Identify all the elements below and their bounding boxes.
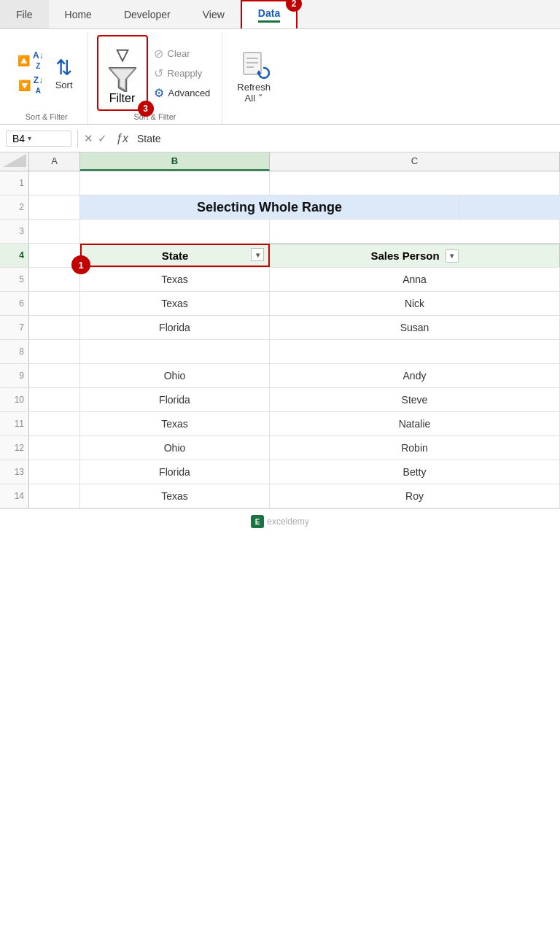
row-num-13: 13	[0, 460, 29, 484]
cell-a1[interactable]	[29, 171, 80, 195]
sort-group-items: 🔼 A↓Z 🔽 Z↓A ⇅ Sort	[15, 35, 79, 111]
sort-icon: ⇅	[55, 55, 72, 80]
cell-reference-value: B4	[12, 133, 25, 144]
clear-label: Clear	[168, 48, 190, 59]
sort-label: Sort	[55, 80, 73, 90]
state-dropdown-arrow[interactable]: ▾	[251, 248, 264, 261]
cell-c14[interactable]: Roy	[270, 484, 560, 508]
cell-a13[interactable]	[29, 460, 80, 484]
tab-home[interactable]: Home	[49, 0, 108, 28]
cell-a2[interactable]	[29, 195, 80, 219]
tab-view[interactable]: View	[187, 0, 241, 28]
spreadsheet: A B C 1 2 Selecting Whole Range 3 4 Stat…	[0, 152, 560, 508]
cell-b1[interactable]	[80, 171, 270, 195]
cell-c10[interactable]: Steve	[270, 388, 560, 411]
cell-b10[interactable]: Florida	[80, 388, 270, 411]
cell-reference-box[interactable]: B4 ▾	[6, 131, 71, 147]
cell-b13[interactable]: Florida	[80, 460, 270, 484]
corner-cell	[0, 152, 29, 171]
filter-side-buttons: ⊘ Clear ↺ Reapply ⚙ Advanced	[151, 45, 214, 101]
cell-c6[interactable]: Nick	[270, 292, 560, 315]
cell-b3[interactable]	[80, 220, 270, 243]
sort-az-za: 🔼 A↓Z 🔽 Z↓A	[15, 49, 47, 97]
cell-c1[interactable]	[270, 171, 560, 195]
sort-za-label: Z↓A	[34, 75, 43, 96]
filter-button[interactable]: ▿ Filter 3	[97, 35, 148, 111]
svg-marker-6	[257, 70, 261, 74]
cell-c2[interactable]	[459, 195, 560, 219]
sheet-row-4: 4 State ▾ 1 Sales Person ▾	[0, 244, 560, 268]
col-header-c: C	[270, 152, 560, 171]
cell-a9[interactable]	[29, 364, 80, 387]
cell-a7[interactable]	[29, 316, 80, 339]
reapply-label: Reapply	[168, 68, 203, 79]
row-num-5: 5	[0, 268, 29, 291]
cell-b7[interactable]: Florida	[80, 316, 270, 339]
filter-icon: ▿	[116, 41, 129, 67]
sheet-row-3: 3	[0, 220, 560, 244]
refresh-label: Refresh All ˅	[237, 82, 271, 104]
cell-b12[interactable]: Ohio	[80, 436, 270, 460]
cell-a6[interactable]	[29, 292, 80, 315]
formula-value: State	[137, 133, 161, 144]
cell-a8[interactable]	[29, 340, 80, 363]
cell-a10[interactable]	[29, 388, 80, 411]
cell-b11[interactable]: Texas	[80, 412, 270, 435]
advanced-button[interactable]: ⚙ Advanced	[151, 85, 214, 101]
cell-a3[interactable]	[29, 220, 80, 243]
sort-button[interactable]: ⇅ Sort	[50, 53, 79, 93]
cell-a14[interactable]	[29, 484, 80, 508]
cell-b9[interactable]: Ohio	[80, 364, 270, 387]
cell-b8[interactable]	[80, 340, 270, 363]
formula-confirm-icon[interactable]: ✓	[98, 132, 107, 145]
row-num-11: 11	[0, 412, 29, 435]
cell-a11[interactable]	[29, 412, 80, 435]
cell-c7[interactable]: Susan	[270, 316, 560, 339]
sheet-row-10: 10 Florida Steve	[0, 388, 560, 412]
cell-a12[interactable]	[29, 436, 80, 460]
tab-file[interactable]: File	[0, 0, 49, 28]
cell-c5[interactable]: Anna	[270, 268, 560, 291]
cell-a5[interactable]	[29, 268, 80, 291]
refresh-icon-wrap	[242, 51, 265, 77]
cell-c12[interactable]: Robin	[270, 436, 560, 460]
cell-c11[interactable]: Natalie	[270, 412, 560, 435]
salesperson-dropdown-arrow[interactable]: ▾	[446, 249, 459, 263]
cell-c8[interactable]	[270, 340, 560, 363]
sort-az-button[interactable]: 🔼 A↓Z	[15, 49, 47, 72]
col-header-a: A	[29, 152, 80, 171]
sheet-row-14: 14 Texas Roy	[0, 484, 560, 508]
state-header-label: State	[162, 249, 189, 262]
cell-c3[interactable]	[270, 220, 560, 243]
cell-b6[interactable]: Texas	[80, 292, 270, 315]
select-all-icon[interactable]	[0, 152, 29, 169]
salesperson-header-label: Sales Person	[370, 249, 439, 262]
cell-b5[interactable]: Texas	[80, 268, 270, 291]
watermark-icon: E	[251, 515, 264, 528]
watermark-text: exceldemy	[267, 516, 308, 527]
ribbon-group-filter: ▿ Filter 3 ⊘ Clear ↺	[88, 32, 223, 124]
cell-c4-salesperson-header[interactable]: Sales Person ▾	[270, 244, 560, 267]
tab-developer[interactable]: Developer	[108, 0, 187, 28]
cell-b4-state-header[interactable]: State ▾ 1	[80, 244, 270, 267]
formula-fx-icon: ƒx	[116, 132, 128, 145]
tab-data[interactable]: Data 2	[241, 0, 298, 28]
row-num-4: 4	[0, 244, 29, 267]
sort-za-icon: 🔽	[18, 80, 31, 91]
row-num-14: 14	[0, 484, 29, 508]
clear-button[interactable]: ⊘ Clear	[151, 45, 214, 62]
refresh-all-button[interactable]: Refresh All ˅	[231, 48, 276, 107]
cell-c9[interactable]: Andy	[270, 364, 560, 387]
ribbon-group-sort: 🔼 A↓Z 🔽 Z↓A ⇅ Sort Sort & Filter	[6, 32, 88, 124]
formula-cancel-icon[interactable]: ✕	[84, 132, 93, 145]
ribbon-group-refresh: Refresh All ˅	[222, 32, 285, 124]
cell-b14[interactable]: Texas	[80, 484, 270, 508]
data-tab-underline	[258, 20, 280, 23]
cell-c13[interactable]: Betty	[270, 460, 560, 484]
cell-b2-title[interactable]: Selecting Whole Range	[80, 195, 459, 219]
sort-za-button[interactable]: 🔽 Z↓A	[15, 74, 46, 97]
row-num-9: 9	[0, 364, 29, 387]
advanced-icon: ⚙	[154, 86, 164, 100]
reapply-button[interactable]: ↺ Reapply	[151, 65, 214, 82]
column-headers: A B C	[0, 152, 560, 171]
